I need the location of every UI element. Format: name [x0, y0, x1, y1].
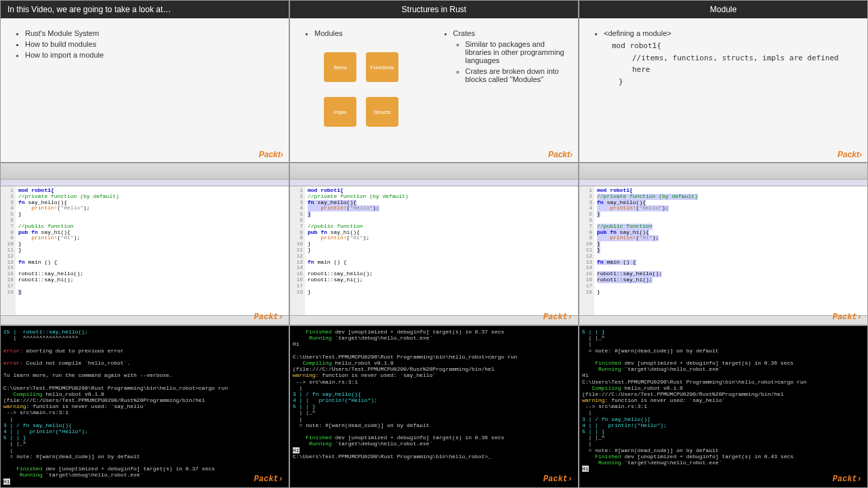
box-impls: Impls	[324, 97, 356, 127]
terminal-panel-1: 15 | robot1::say_hello(); | ^^^^^^^^^^^^…	[0, 325, 289, 488]
bullet: Rust's Module System	[25, 29, 276, 37]
line-gutter: 1 2 3 4 5 6 7 8 9 10 11 12 13 14 15 16 1…	[579, 186, 594, 315]
slide-body: <defining a module> mod robot1{ //items,…	[579, 18, 867, 162]
box-structs: Structs	[366, 97, 398, 127]
editor-panel-2: 1 2 3 4 5 6 7 8 9 10 11 12 13 14 15 16 1…	[289, 163, 579, 325]
modules-heading: Modules	[314, 29, 428, 37]
brand-logo: Packt›	[833, 312, 862, 322]
brand-logo: Packt›	[548, 150, 573, 159]
slide-module: Module <defining a module> mod robot1{ /…	[579, 0, 868, 163]
editor-panel-3: 1 2 3 4 5 6 7 8 9 10 11 12 13 14 15 16 1…	[579, 163, 868, 325]
editor-tabs	[579, 180, 867, 186]
slide-body: Modules Items Functions Impls Structs Cr…	[290, 18, 578, 162]
module-heading: <defining a module>	[604, 29, 855, 37]
code-area[interactable]: mod robot1{ //private function (by defau…	[594, 186, 701, 315]
code-line: //items, functions, structs, impls are d…	[632, 52, 855, 76]
brand-logo: Packt›	[838, 150, 862, 159]
code-line: }	[619, 76, 855, 88]
slide-body: Rust's Module System How to build module…	[1, 18, 289, 162]
editor-panel-1: 1 2 3 4 5 6 7 8 9 10 11 12 13 14 15 16 1…	[0, 163, 289, 325]
box-items: Items	[324, 52, 356, 82]
editor-tabs	[290, 180, 578, 186]
editor-statusbar	[579, 315, 867, 325]
slide-grid: In this Video, we are going to take a lo…	[0, 0, 868, 488]
slide-structures: Structures in Rust Modules Items Functio…	[289, 0, 579, 163]
code-area[interactable]: mod robot1{ //private function (by defau…	[16, 186, 122, 315]
line-gutter: 1 2 3 4 5 6 7 8 9 10 11 12 13 14 15 16 1…	[1, 186, 16, 315]
slide-title: Structures in Rust	[290, 1, 578, 18]
slide-intro: In this Video, we are going to take a lo…	[0, 0, 289, 163]
editor-toolbar	[579, 163, 867, 180]
code-area[interactable]: mod robot1{ //private function (by defau…	[305, 186, 411, 315]
brand-logo: Packt›	[833, 475, 862, 485]
crate-point: Crates are broken down into blocks calle…	[466, 67, 566, 83]
crates-heading: Crates	[453, 29, 566, 37]
editor-statusbar	[290, 315, 578, 325]
editor-statusbar	[1, 315, 289, 325]
editor-toolbar	[290, 163, 578, 180]
terminal-panel-2: Finished dev [unoptimized + debuginfo] t…	[289, 325, 579, 488]
brand-logo: Packt›	[254, 475, 283, 485]
terminal-panel-3: 5 | | } | |_^ | = note: #[warn(dead_code…	[579, 325, 868, 488]
terminal[interactable]: 15 | robot1::say_hello(); | ^^^^^^^^^^^^…	[1, 326, 289, 487]
editor-toolbar	[1, 163, 289, 180]
modules-diagram: Items Functions Impls Structs	[324, 52, 398, 127]
brand-logo: Packt›	[259, 150, 283, 159]
brand-logo: Packt›	[543, 475, 573, 485]
line-gutter: 1 2 3 4 5 6 7 8 9 10 11 12 13 14 15 16 1…	[290, 186, 305, 315]
bullet: How to build modules	[25, 40, 276, 48]
box-functions: Functions	[366, 52, 398, 82]
brand-logo: Packt›	[543, 312, 573, 322]
code-line: mod robot1{	[612, 40, 855, 52]
module-code: mod robot1{ //items, functions, structs,…	[605, 40, 855, 87]
brand-logo: Packt›	[254, 312, 283, 322]
editor-tabs	[1, 180, 289, 186]
terminal[interactable]: Finished dev [unoptimized + debuginfo] t…	[290, 326, 578, 487]
slide-title: In this Video, we are going to take a lo…	[1, 1, 289, 18]
slide-title: Module	[579, 1, 867, 18]
crate-point: Similar to packages and libraries in oth…	[466, 40, 566, 64]
bullet: How to import a module	[25, 51, 276, 59]
terminal[interactable]: 5 | | } | |_^ | = note: #[warn(dead_code…	[579, 326, 867, 487]
